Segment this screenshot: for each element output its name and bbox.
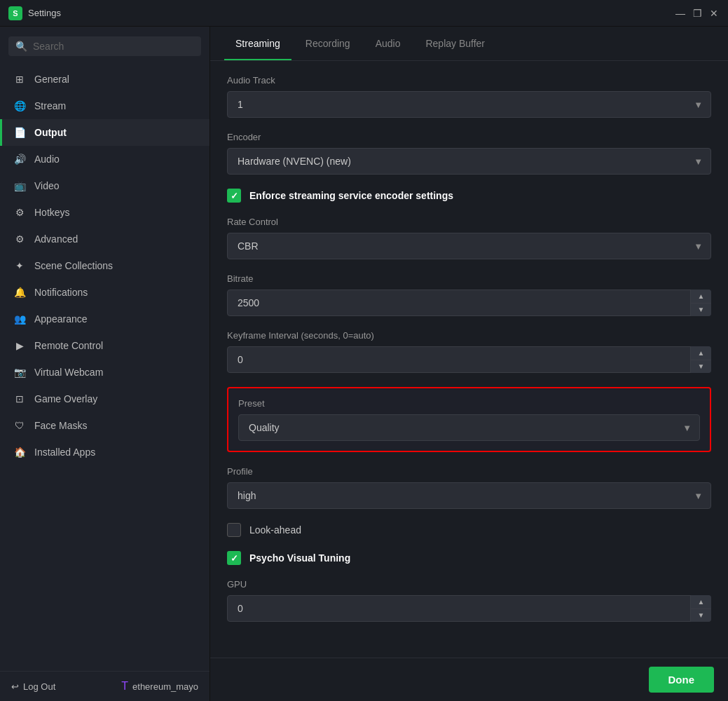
sidebar-item-label: Remote Control [34,340,103,351]
bitrate-label: Bitrate [227,273,711,284]
tab-recording[interactable]: Recording [294,27,362,60]
gpu-group: GPU ▲ ▼ [227,579,711,622]
search-container: 🔍 [0,27,210,63]
search-box: 🔍 [8,36,201,56]
minimize-button[interactable]: — [675,8,686,19]
sidebar-item-label: Advanced [34,233,78,245]
sidebar-item-hotkeys[interactable]: ⚙ Hotkeys [0,199,210,226]
sidebar-item-appearance[interactable]: 👥 Appearance [0,306,210,332]
look-ahead-checkbox[interactable] [227,523,241,537]
sidebar-item-label: Notifications [34,287,88,298]
keyframe-input[interactable] [227,346,711,373]
psycho-visual-checkbox[interactable]: ✓ [227,551,241,565]
done-button[interactable]: Done [649,667,715,693]
sidebar-item-label: Video [34,180,60,191]
audio-track-label: Audio Track [227,75,711,86]
gpu-decrement-button[interactable]: ▼ [690,609,711,622]
hotkeys-icon: ⚙ [13,206,26,219]
sidebar-item-label: Face Masks [34,420,87,431]
enforce-encoder-row: ✓ Enforce streaming service encoder sett… [227,189,711,203]
sidebar-item-label: Stream [34,100,66,111]
app-body: 🔍 ⊞ General 🌐 Stream 📄 Output 🔊 Audio [0,27,728,701]
profile-label: Profile [227,466,711,477]
audio-icon: 🔊 [13,153,26,165]
logout-label: Log Out [23,681,55,692]
sidebar-item-label: General [34,74,69,85]
logout-button[interactable]: ↩ Log Out [11,681,55,692]
audio-track-select[interactable]: 1 [227,91,711,118]
logout-icon: ↩ [11,681,19,692]
bitrate-input[interactable] [227,290,711,316]
encoder-group: Encoder Hardware (NVENC) (new) ▼ [227,132,711,175]
keyframe-spinbox-wrap: ▲ ▼ [227,346,711,373]
bitrate-spin-buttons: ▲ ▼ [690,290,711,316]
search-input[interactable] [33,41,194,52]
keyframe-decrement-button[interactable]: ▼ [690,360,711,374]
sidebar-item-virtual-webcam[interactable]: 📷 Virtual Webcam [0,359,210,386]
search-icon: 🔍 [15,41,27,52]
tab-replay-buffer[interactable]: Replay Buffer [414,27,496,60]
look-ahead-label: Look-ahead [249,524,301,536]
rate-control-select[interactable]: CBR [227,233,711,259]
sidebar-item-general[interactable]: ⊞ General [0,66,210,93]
tab-audio[interactable]: Audio [364,27,412,60]
sidebar-item-label: Virtual Webcam [34,367,103,378]
keyframe-group: Keyframe Interval (seconds, 0=auto) ▲ ▼ [227,330,711,373]
bitrate-group: Bitrate ▲ ▼ [227,273,711,316]
sidebar-item-label: Audio [34,154,60,165]
encoder-select[interactable]: Hardware (NVENC) (new) [227,148,711,175]
rate-control-select-wrap: CBR ▼ [227,233,711,259]
app-logo: S [8,6,22,20]
sidebar-item-label: Scene Collections [34,260,113,271]
sidebar-item-scene-collections[interactable]: ✦ Scene Collections [0,252,210,279]
checkmark-icon: ✓ [231,191,238,201]
sidebar-item-remote-control[interactable]: ▶ Remote Control [0,332,210,359]
sidebar-item-label: Installed Apps [34,447,95,458]
sidebar-item-output[interactable]: 📄 Output [0,119,210,146]
gpu-input[interactable] [227,595,711,622]
sidebar-item-installed-apps[interactable]: 🏠 Installed Apps [0,439,210,465]
encoder-select-wrap: Hardware (NVENC) (new) ▼ [227,148,711,175]
psycho-visual-row: ✓ Psycho Visual Tuning [227,551,711,565]
gpu-label: GPU [227,579,711,590]
sidebar-item-game-overlay[interactable]: ⊡ Game Overlay [0,386,210,412]
psycho-visual-label: Psycho Visual Tuning [249,552,350,564]
title-bar: S Settings — ❒ ✕ [0,0,728,27]
sidebar: 🔍 ⊞ General 🌐 Stream 📄 Output 🔊 Audio [0,27,210,701]
maximize-button[interactable]: ❒ [692,8,703,19]
sidebar-item-notifications[interactable]: 🔔 Notifications [0,279,210,306]
gpu-spinbox-wrap: ▲ ▼ [227,595,711,622]
sidebar-item-audio[interactable]: 🔊 Audio [0,146,210,172]
gpu-spin-buttons: ▲ ▼ [690,595,711,622]
tab-streaming[interactable]: Streaming [224,27,291,60]
advanced-icon: ⚙ [13,233,26,245]
preset-select[interactable]: Quality [238,414,700,441]
scene-collections-icon: ✦ [13,259,26,272]
enforce-encoder-checkbox[interactable]: ✓ [227,189,241,203]
sidebar-item-label: Output [34,127,67,138]
sidebar-item-face-masks[interactable]: 🛡 Face Masks [0,412,210,439]
sidebar-item-advanced[interactable]: ⚙ Advanced [0,226,210,252]
profile-group: Profile high ▼ [227,466,711,509]
virtual-webcam-icon: 📷 [13,366,26,379]
user-info: T ethereum_mayo [121,680,198,693]
window-controls: — ❒ ✕ [675,8,720,19]
sidebar-item-video[interactable]: 📺 Video [0,172,210,199]
bitrate-decrement-button[interactable]: ▼ [690,304,711,317]
appearance-icon: 👥 [13,313,26,325]
keyframe-increment-button[interactable]: ▲ [690,346,711,360]
profile-select[interactable]: high [227,482,711,509]
audio-track-group: Audio Track 1 ▼ [227,75,711,118]
stream-icon: 🌐 [13,100,26,112]
keyframe-label: Keyframe Interval (seconds, 0=auto) [227,330,711,341]
gpu-increment-button[interactable]: ▲ [690,595,711,609]
twitch-icon: T [121,680,128,693]
rate-control-group: Rate Control CBR ▼ [227,217,711,259]
close-button[interactable]: ✕ [708,8,720,19]
sidebar-item-stream[interactable]: 🌐 Stream [0,93,210,119]
look-ahead-row: Look-ahead [227,523,711,537]
psycho-checkmark-icon: ✓ [231,553,238,564]
preset-label: Preset [238,398,700,409]
bitrate-increment-button[interactable]: ▲ [690,290,711,304]
sidebar-item-label: Game Overlay [34,393,97,404]
